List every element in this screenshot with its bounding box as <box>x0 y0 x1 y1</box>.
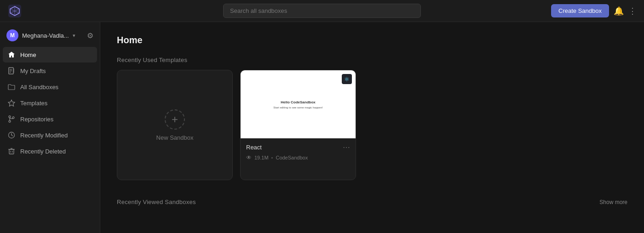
topbar-left <box>7 4 22 18</box>
main-layout: M Meghana-Vadla... ▾ ⚙ Home <box>0 22 644 233</box>
sidebar-item-label: All Sandboxes <box>20 84 58 91</box>
sidebar-item-repositories[interactable]: Repositories <box>3 111 97 127</box>
more-menu-icon[interactable]: ⋮ <box>628 6 637 16</box>
new-sandbox-label: New Sandbox <box>156 134 194 141</box>
folder-icon <box>7 83 16 91</box>
bell-icon[interactable]: 🔔 <box>614 6 624 16</box>
sidebar-item-home[interactable]: Home <box>3 47 97 63</box>
sidebar: M Meghana-Vadla... ▾ ⚙ Home <box>0 22 100 233</box>
sidebar-item-label: Repositories <box>20 116 53 123</box>
page-title: Home <box>117 35 627 45</box>
sidebar-item-label: Home <box>20 51 36 58</box>
svg-point-8 <box>12 117 14 119</box>
content-area: Home Recently Used Templates + New Sandb… <box>100 22 644 233</box>
user-name: Meghana-Vadla... <box>22 32 69 39</box>
sidebar-item-recently-modified[interactable]: Recently Modified <box>3 127 97 143</box>
drafts-icon <box>7 67 16 75</box>
templates-grid: + New Sandbox Hello CodeSandbox Start ed… <box>117 70 627 180</box>
svg-point-7 <box>9 120 11 122</box>
logo-icon <box>7 4 22 18</box>
plus-circle-icon: + <box>165 109 185 130</box>
avatar: M <box>6 29 18 41</box>
sidebar-item-my-drafts[interactable]: My Drafts <box>3 63 97 79</box>
home-icon <box>7 51 16 59</box>
sidebar-item-label: My Drafts <box>20 68 46 74</box>
svg-point-6 <box>9 116 11 118</box>
react-badge: ⚛ <box>342 74 352 84</box>
svg-rect-13 <box>9 149 14 154</box>
new-sandbox-card[interactable]: + New Sandbox <box>117 70 233 180</box>
chevron-down-icon: ▾ <box>73 33 75 39</box>
recently-viewed-section-header: Recently Viewed Sandboxes Show more <box>117 199 627 205</box>
sidebar-nav: Home My Drafts <box>0 47 100 159</box>
preview-hello-text: Hello CodeSandbox <box>281 100 316 104</box>
react-atom-icon: ⚛ <box>344 76 350 83</box>
trash-icon <box>7 147 16 155</box>
sidebar-item-templates[interactable]: Templates <box>3 95 97 111</box>
show-more-link[interactable]: Show more <box>599 199 627 205</box>
template-author: CodeSandbox <box>276 155 308 160</box>
star-icon <box>7 99 16 107</box>
template-meta: 👁 19.1M • CodeSandbox <box>246 154 350 161</box>
clock-icon <box>7 131 16 139</box>
sidebar-item-label: Recently Deleted <box>20 148 66 155</box>
template-views: 19.1M <box>254 155 269 160</box>
template-preview: Hello CodeSandbox Start editing to see s… <box>241 70 356 138</box>
template-info: React ⋯ 👁 19.1M • CodeSandbox <box>241 138 356 165</box>
branch-icon <box>7 115 16 123</box>
user-section: M Meghana-Vadla... ▾ ⚙ <box>0 26 100 45</box>
sidebar-item-all-sandboxes[interactable]: All Sandboxes <box>3 79 97 95</box>
recently-viewed-section-label: Recently Viewed Sandboxes <box>117 199 196 205</box>
sidebar-item-label: Templates <box>20 100 47 107</box>
template-name: React <box>246 144 262 151</box>
preview-content: Hello CodeSandbox Start editing to see s… <box>241 70 356 138</box>
dot-separator: • <box>271 155 273 160</box>
template-card-react[interactable]: Hello CodeSandbox Start editing to see s… <box>240 70 356 180</box>
preview-sub-text: Start editing to see some magic happen! <box>273 106 322 109</box>
sidebar-item-recently-deleted[interactable]: Recently Deleted <box>3 143 97 159</box>
sidebar-item-label: Recently Modified <box>20 132 68 139</box>
settings-icon[interactable]: ⚙ <box>87 31 93 40</box>
svg-line-12 <box>12 135 13 136</box>
user-info[interactable]: M Meghana-Vadla... ▾ <box>6 29 75 41</box>
topbar: Create Sandbox 🔔 ⋮ <box>0 0 644 22</box>
template-more-icon[interactable]: ⋯ <box>343 143 350 152</box>
template-info-row: React ⋯ <box>246 143 350 152</box>
eye-icon: 👁 <box>246 154 252 161</box>
topbar-right: Create Sandbox 🔔 ⋮ <box>551 4 637 17</box>
recently-used-section-label: Recently Used Templates <box>117 57 627 63</box>
svg-marker-5 <box>8 100 15 107</box>
search-input[interactable] <box>223 4 421 18</box>
create-sandbox-button[interactable]: Create Sandbox <box>551 4 609 17</box>
